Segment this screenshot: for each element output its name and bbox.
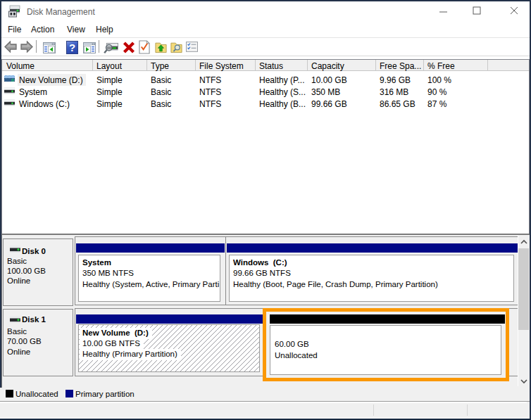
svg-text:?: ? xyxy=(69,42,75,53)
